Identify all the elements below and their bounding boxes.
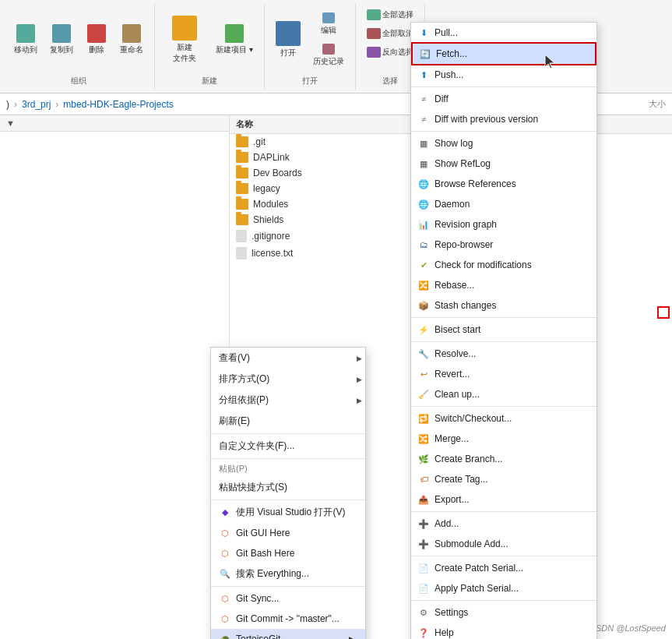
tgit-merge-label: Merge... (435, 433, 469, 444)
tgit-stash[interactable]: 📦 Stash changes (411, 295, 596, 316)
cm-gitgui-label: Git GUI Here (236, 528, 290, 538)
tgit-repobrowser[interactable]: 🗂 Repo-browser (411, 235, 596, 255)
ribbon-edit-label: 编辑 (321, 25, 336, 36)
file-item-name: legacy (253, 183, 280, 194)
tgit-checkmod-label: Check for modifications (435, 259, 532, 270)
tgit-add-label: Add... (435, 518, 459, 529)
file-icon (236, 247, 247, 259)
tgit-sep7 (411, 556, 596, 556)
tgit-help-label: Help (435, 627, 454, 638)
ribbon-newitem-btn[interactable]: 新建项目 ▾ (211, 21, 258, 58)
tgit-branch-label: Create Branch... (435, 454, 502, 464)
file-item-name: .git (253, 136, 266, 147)
cm-sort[interactable]: 排序方式(O) (211, 369, 365, 390)
cm-view[interactable]: 查看(V) (211, 348, 365, 369)
pull-icon: ⬇ (417, 26, 430, 39)
file-item-name: DAPLink (253, 152, 290, 163)
tgit-push[interactable]: ⬆ Push... (411, 65, 596, 85)
cm-vs-label: 使用 Visual Studio 打开(V) (236, 506, 346, 519)
tgit-settings[interactable]: ⚙ Settings (411, 602, 596, 623)
ribbon-delete-btn[interactable]: 删除 (81, 21, 112, 58)
tgit-submodule[interactable]: ➕ Submodule Add... (411, 534, 596, 554)
tree-panel: ▼ (0, 115, 230, 639)
tgit-bisect-label: Bisect start (435, 324, 480, 335)
ribbon-newfolder-btn[interactable]: 新建文件夹 (161, 12, 208, 67)
file-icon (236, 230, 247, 242)
gitbash-icon: ⬡ (219, 547, 231, 560)
tgit-checkmod[interactable]: ✔ Check for modifications (411, 255, 596, 275)
cm-paste-label: 粘贴(P) (211, 461, 365, 477)
ribbon-edit-btn[interactable]: 编辑 (308, 9, 349, 39)
tgit-diff[interactable]: ≠ Diff (411, 89, 596, 109)
tgit-tag[interactable]: 🏷 Create Tag... (411, 469, 596, 489)
cm-gitgui[interactable]: ⬡ Git GUI Here (211, 523, 365, 543)
ribbon-history-btn[interactable]: 历史记录 (308, 41, 349, 70)
ribbon-new-buttons: 新建文件夹 新建项目 ▾ (161, 6, 258, 72)
applypatch-icon: 📄 (417, 582, 430, 595)
tgit-cleanup[interactable]: 🧹 Clean up... (411, 384, 596, 404)
cm-refresh[interactable]: 刷新(E) (211, 411, 365, 432)
tgit-fetch-label: Fetch... (436, 48, 467, 59)
cm-customize[interactable]: 自定义文件夹(F)... (211, 436, 365, 457)
tgit-add[interactable]: ➕ Add... (411, 514, 596, 534)
tgit-bisect[interactable]: ⚡ Bisect start (411, 320, 596, 340)
tgit-pull[interactable]: ⬇ Pull... (411, 23, 596, 43)
breadcrumb-part2[interactable]: mbed-HDK-Eagle-Projects (63, 99, 173, 110)
ribbon-selectall-btn[interactable]: 全部选择 (362, 6, 418, 23)
tgit-resolve[interactable]: 🔧 Resolve... (411, 344, 596, 364)
cm-vs[interactable]: ◆ 使用 Visual Studio 打开(V) (211, 502, 365, 523)
ribbon-rename-btn[interactable]: 重命名 (115, 21, 148, 58)
context-menu: 查看(V) 排序方式(O) 分组依据(P) 刷新(E) 自定义文件夹(F)...… (210, 347, 366, 639)
tgit-settings-label: Settings (435, 607, 468, 618)
copy-icon (52, 24, 71, 43)
invert-icon (367, 47, 381, 58)
cm-gitsync[interactable]: ⬡ Git Sync... (211, 588, 365, 609)
cm-gitbash[interactable]: ⬡ Git Bash Here (211, 543, 365, 563)
folder-icon (236, 199, 248, 210)
reflog-icon: ▦ (417, 157, 430, 170)
tgit-switch[interactable]: 🔁 Switch/Checkout... (411, 408, 596, 429)
cm-group[interactable]: 分组依据(P) (211, 390, 365, 411)
ribbon-group-new-label: 新建 (202, 72, 217, 86)
tgit-rebase[interactable]: 🔀 Rebase... (411, 275, 596, 295)
tgit-revgraph[interactable]: 📊 Revision graph (411, 214, 596, 235)
cm-tortoisegit[interactable]: 🐢 TortoiseGit ▶ (211, 629, 365, 639)
tgit-applypatch[interactable]: 📄 Apply Patch Serial... (411, 578, 596, 598)
tgit-reflog[interactable]: ▦ Show RefLog (411, 154, 596, 174)
cm-sort-label: 排序方式(O) (219, 372, 269, 386)
tgit-fetch[interactable]: 🔄 Fetch... (411, 42, 596, 65)
tgit-push-label: Push... (435, 69, 463, 80)
tgit-daemon[interactable]: 🌐 Daemon (411, 194, 596, 214)
tgit-revert[interactable]: ↩ Revert... (411, 364, 596, 384)
ribbon-move-btn[interactable]: 移动到 (9, 21, 42, 58)
ribbon-open-btn[interactable]: 打开 (271, 18, 305, 62)
tgit-browse-refs[interactable]: 🌐 Browse References (411, 174, 596, 194)
tgit-merge[interactable]: 🔀 Merge... (411, 429, 596, 449)
tgit-branch[interactable]: 🌿 Create Branch... (411, 449, 596, 469)
watermark: CSDN @LostSpeed (589, 623, 666, 633)
ribbon-copy-btn[interactable]: 复制到 (45, 21, 78, 58)
ribbon-rename-label: 重命名 (120, 44, 143, 55)
revert-icon: ↩ (417, 368, 430, 380)
tgit-revgraph-label: Revision graph (435, 219, 497, 230)
cm-gitcommit[interactable]: ⬡ Git Commit -> "master"... (211, 609, 365, 629)
breadcrumb-part1[interactable]: 3rd_prj (22, 99, 51, 110)
tgit-createpatch[interactable]: 📄 Create Patch Serial... (411, 558, 596, 578)
tgit-export[interactable]: 📤 Export... (411, 489, 596, 510)
cm-tortoisegit-sub-arrow: ▶ (349, 635, 354, 639)
ribbon-newitem-label: 新建项目 ▾ (216, 44, 253, 55)
ribbon-group-organize-label: 组织 (71, 72, 86, 86)
cm-everything[interactable]: 🔍 搜索 Everything... (211, 563, 365, 584)
cleanup-icon: 🧹 (417, 388, 430, 401)
size-column-header: 大小 (649, 98, 666, 110)
tgit-rebase-label: Rebase... (435, 280, 474, 291)
ribbon-group-open-label: 打开 (302, 72, 318, 86)
ribbon-invert-btn[interactable]: 反向选择 (362, 44, 418, 61)
tgit-diff-prev[interactable]: ≠ Diff with previous version (411, 109, 596, 129)
scroll-indicator (657, 306, 670, 319)
tgit-help[interactable]: ❓ Help (411, 623, 596, 639)
ribbon-deselect-btn[interactable]: 全部取消 (362, 25, 418, 42)
cm-tortoisegit-label: TortoiseGit (236, 634, 280, 639)
cm-paste-shortcut[interactable]: 粘贴快捷方式(S) (211, 477, 365, 498)
tgit-showlog[interactable]: ▦ Show log (411, 133, 596, 154)
